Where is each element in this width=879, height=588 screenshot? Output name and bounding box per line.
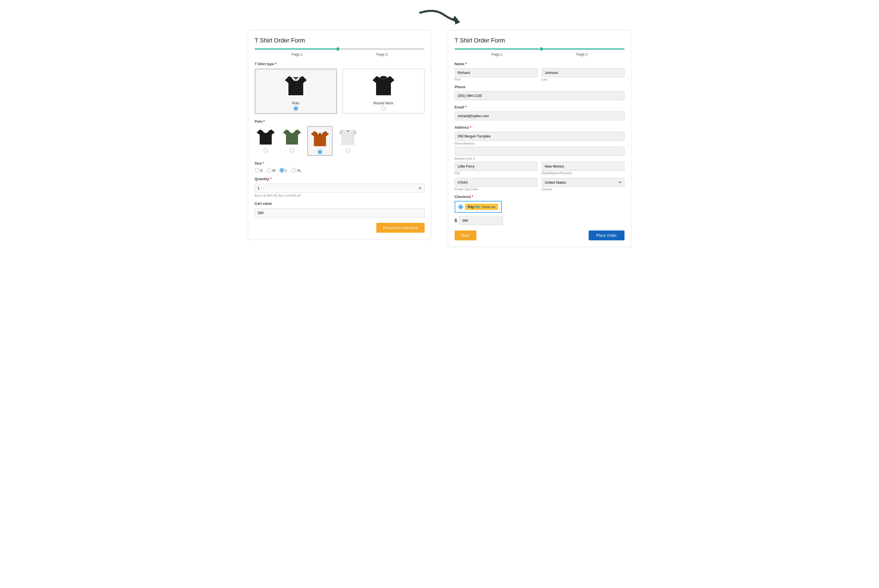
polo-green-thumb — [281, 126, 303, 148]
round-neck-radio[interactable] — [381, 106, 386, 111]
svg-point-2 — [295, 79, 296, 80]
polo-section-label: Polo * — [255, 119, 425, 123]
polo-shirt-svg — [284, 74, 308, 98]
city-label: City — [455, 171, 538, 175]
right-progress-track-1 — [455, 48, 539, 50]
size-option-xl[interactable]: XL — [291, 168, 301, 172]
polo-white-radio[interactable] — [346, 148, 350, 153]
round-neck-shirt-svg — [371, 74, 396, 98]
polo-white-thumb — [337, 126, 359, 148]
place-order-button[interactable]: Place Order — [589, 231, 625, 240]
left-progress-dot-1 — [337, 47, 340, 51]
dollar-sign: $ — [455, 218, 457, 223]
email-input[interactable] — [455, 111, 625, 120]
polo-shirt-image — [282, 72, 310, 99]
street-address-input[interactable] — [455, 132, 625, 141]
paypal-option[interactable]: PayPal Check out — [455, 201, 502, 213]
state-group: State/Region/Province — [542, 162, 625, 175]
right-form-panel: T Shirt Order Form Page 1 Page 2 Name * — [448, 30, 631, 247]
size-xl-label: XL — [297, 168, 301, 172]
state-input[interactable] — [542, 162, 625, 171]
tshirt-type-options: Polo Round Neck — [255, 69, 425, 114]
phone-section-label: Phone — [455, 85, 625, 89]
paypal-radio[interactable] — [458, 205, 463, 209]
city-group: City — [455, 162, 538, 175]
left-form-title: T Shirt Order Form — [255, 37, 425, 44]
paypal-section: PayPal Check out — [455, 201, 625, 213]
left-progress-track-2 — [340, 48, 425, 50]
phone-input[interactable] — [455, 91, 625, 100]
polo-black-thumb — [255, 126, 276, 148]
size-s-label: S — [260, 168, 263, 172]
size-l-radio[interactable] — [279, 168, 284, 172]
quantity-select[interactable]: 1 2 3 — [255, 184, 425, 193]
size-l-label: L — [285, 168, 287, 172]
tshirt-option-round-neck[interactable]: Round Neck — [343, 69, 425, 114]
left-progress-track-1 — [255, 48, 339, 50]
zip-input[interactable] — [455, 178, 538, 187]
country-group: United States Canada Mexico Country — [542, 178, 625, 191]
size-xl-radio[interactable] — [291, 168, 296, 172]
country-select[interactable]: United States Canada Mexico — [542, 178, 625, 187]
size-option-m[interactable]: M — [267, 168, 275, 172]
arrow-container — [6, 6, 873, 27]
tshirt-option-polo[interactable]: Polo — [255, 69, 337, 114]
left-page1-label: Page 1 — [255, 52, 340, 56]
polo-radio-inner — [295, 107, 297, 110]
street-label: Street Address — [455, 142, 625, 145]
country-label: Country — [542, 188, 625, 191]
first-label: First — [455, 78, 538, 81]
zip-label: Postal / Zip Code — [455, 188, 538, 191]
name-row: First Last — [455, 68, 625, 81]
left-form-buttons: Proceed to checkout — [255, 223, 425, 232]
first-name-input[interactable] — [455, 68, 538, 77]
size-option-l[interactable]: L — [279, 168, 287, 172]
svg-point-3 — [380, 76, 387, 80]
right-cart-value-input[interactable] — [459, 216, 503, 225]
last-name-input[interactable] — [542, 68, 625, 77]
right-progress-track-2 — [540, 48, 625, 50]
right-page1-label: Page 1 — [455, 52, 539, 56]
name-section-label: Name * — [455, 62, 625, 66]
right-form-title: T Shirt Order Form — [455, 37, 625, 44]
polo-color-white[interactable] — [337, 126, 359, 156]
discount-text: Buy 2 at 20% off, Buy 3 at 30% off — [255, 194, 425, 197]
address-line2-input[interactable] — [455, 147, 625, 156]
size-label: Size * — [255, 161, 425, 165]
right-form-buttons: Back Place Order — [455, 231, 625, 240]
size-option-s[interactable]: S — [255, 168, 263, 172]
left-progress-bar: Page 1 Page 2 — [255, 48, 425, 56]
arrow-icon — [415, 6, 464, 27]
cart-value-input[interactable] — [255, 208, 425, 218]
polo-color-orange[interactable] — [307, 126, 332, 156]
round-neck-label: Round Neck — [374, 101, 393, 105]
svg-point-1 — [295, 78, 296, 79]
paypal-button[interactable]: PayPal Check out — [465, 204, 498, 210]
tshirt-type-label: T Shirt type * — [255, 62, 425, 66]
right-progress-dot — [539, 47, 543, 51]
polo-green-radio[interactable] — [290, 148, 294, 153]
city-input[interactable] — [455, 162, 538, 171]
right-page2-label: Page 2 — [539, 52, 625, 56]
polo-color-green[interactable] — [281, 126, 303, 156]
round-neck-shirt-image — [370, 72, 397, 99]
polo-orange-radio[interactable] — [318, 150, 322, 154]
city-state-row: City State/Region/Province — [455, 162, 625, 175]
right-progress-bar: Page 1 Page 2 — [455, 48, 625, 56]
zip-country-row: Postal / Zip Code United States Canada M… — [455, 178, 625, 191]
checkout-section-label: Checkout * — [455, 195, 625, 199]
polo-color-black[interactable] — [255, 126, 276, 156]
proceed-to-checkout-button[interactable]: Proceed to checkout — [376, 223, 425, 232]
polo-color-options — [255, 126, 425, 156]
size-m-radio[interactable] — [267, 168, 271, 172]
back-button[interactable]: Back — [455, 231, 476, 240]
left-form-panel: T Shirt Order Form Page 1 Page 2 T Shirt… — [248, 30, 431, 240]
last-name-group: Last — [542, 68, 625, 81]
polo-black-radio[interactable] — [263, 148, 268, 153]
left-page2-label: Page 2 — [340, 52, 425, 56]
size-s-radio[interactable] — [255, 168, 259, 172]
last-label: Last — [542, 78, 625, 81]
polo-radio[interactable] — [294, 106, 298, 111]
cart-value-row: $ — [455, 216, 625, 225]
cart-value-label: Cart value — [255, 201, 425, 206]
